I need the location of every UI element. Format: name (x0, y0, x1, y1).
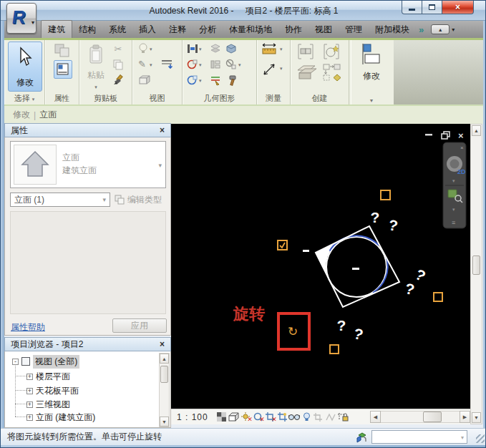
resize-grip[interactable] (476, 434, 485, 443)
sun-path-off-icon[interactable]: ✕ (240, 412, 252, 423)
visual-style-icon[interactable] (228, 412, 240, 423)
hide-analytical-model-icon[interactable] (325, 412, 337, 423)
tree-item-label[interactable]: 三维视图 (36, 399, 70, 411)
tab-architecture[interactable]: 建筑 (41, 20, 72, 39)
properties-help-link[interactable]: 属性帮助 (11, 321, 45, 333)
vertical-scrollbar[interactable]: ▲ ▼ (470, 124, 482, 424)
tree-scrollbar[interactable]: ▲ ▼ (159, 353, 170, 427)
navbar-menu-icon[interactable]: ≡ (452, 219, 455, 226)
minimize-button[interactable] (402, 1, 422, 14)
tab-systems[interactable]: 系统 (102, 21, 132, 39)
unjoin-icon[interactable] (225, 59, 237, 70)
scrollbar-thumb[interactable] (423, 412, 442, 422)
scroll-left-icon[interactable]: ◀ (370, 411, 381, 423)
view-restore-icon[interactable] (442, 132, 449, 139)
view-window-controls[interactable]: × (425, 130, 464, 141)
element-circle[interactable] (326, 237, 387, 297)
worksets-icon[interactable] (356, 431, 369, 444)
tree-expand-icon[interactable]: + (26, 414, 33, 421)
modify-tool-button[interactable]: 修改 (8, 42, 42, 92)
legend-component-icon[interactable] (296, 43, 315, 60)
marker-square[interactable] (330, 345, 339, 354)
default-3d-box-icon[interactable] (138, 74, 151, 86)
reveal-hidden-elements-icon[interactable] (301, 412, 313, 423)
scroll-down-icon[interactable]: ▼ (160, 417, 169, 427)
reveal-constraints-icon[interactable] (337, 412, 349, 423)
tab-analyze[interactable]: 分析 (193, 21, 223, 39)
aligned-dimension-icon[interactable] (261, 62, 277, 77)
measure-tape-icon[interactable] (261, 42, 277, 57)
marker-square[interactable] (434, 293, 442, 301)
chevron-down-icon[interactable]: ▼ (351, 98, 392, 103)
create-assembly-icon[interactable] (322, 63, 342, 82)
cut-icon[interactable]: ✂ (112, 43, 124, 54)
tree-root-label[interactable]: 视图 (全部) (33, 355, 79, 369)
tree-item-label[interactable]: 立面 (建筑立面) (36, 412, 95, 424)
tree-item-views-root[interactable]: - 视图 (全部) (12, 355, 79, 368)
tab-view[interactable]: 视图 (308, 21, 339, 39)
tree-collapse-icon[interactable]: - (12, 359, 19, 365)
edit-type-button[interactable]: 编辑类型 (114, 193, 167, 207)
project-browser-header[interactable]: 项目浏览器 - 项目2 × (4, 337, 171, 351)
apply-button[interactable]: 应用 (112, 318, 167, 333)
properties-header[interactable]: 属性 × (4, 123, 171, 137)
tree-item-3d-views[interactable]: + 三维视图 (26, 398, 70, 411)
tree-item-label[interactable]: 楼层平面 (36, 371, 70, 383)
wall-joins-icon[interactable] (210, 59, 221, 70)
tree-item-floor-plans[interactable]: + 楼层平面 (26, 370, 70, 383)
horizontal-scrollbar[interactable]: ◀ ▶ (370, 411, 470, 424)
rotated-element[interactable] (303, 226, 399, 307)
temporary-view-properties-icon[interactable] (313, 412, 325, 423)
modify-panel-icon[interactable] (362, 43, 381, 67)
cut-profile-icon[interactable] (187, 59, 198, 70)
navigation-bar[interactable]: × 2D ▾ ▾ ≡ (443, 142, 466, 228)
create-similar-icon[interactable] (296, 63, 318, 82)
tab-addins[interactable]: 附加模块 (369, 21, 416, 39)
close-button[interactable]: × (442, 1, 474, 14)
tree-expand-icon[interactable]: + (26, 388, 33, 394)
tree-item-label[interactable]: 天花板平面 (36, 385, 79, 397)
pencil-icon[interactable]: ✎ (138, 59, 146, 69)
tree-item-elevations[interactable]: + 立面 (建筑立面) (26, 411, 95, 424)
demolish-hammer-icon[interactable] (225, 74, 237, 86)
marker-square[interactable] (381, 190, 390, 200)
scroll-up-icon[interactable]: ▲ (160, 354, 169, 364)
tree-expand-icon[interactable]: + (26, 401, 33, 408)
crop-view-off-icon[interactable]: ✕ (264, 412, 276, 423)
paste-button[interactable]: 粘贴 ▾ (84, 42, 108, 92)
ribbon-collapse-dropdown-icon[interactable]: ▾ (452, 26, 455, 33)
rotate-cursor-icon[interactable]: ↻ (288, 325, 298, 339)
tab-overflow-icon[interactable]: » (419, 24, 424, 35)
match-type-brush-icon[interactable] (112, 74, 124, 86)
thin-lines-icon[interactable] (161, 59, 174, 70)
tab-massing-site[interactable]: 体量和场地 (223, 21, 278, 39)
tree-expand-icon[interactable]: + (26, 374, 33, 380)
tab-collaborate[interactable]: 协作 (278, 21, 308, 39)
beam-joins-icon[interactable] (210, 74, 221, 86)
application-menu-button[interactable]: R ▾ (6, 3, 37, 34)
view-scale[interactable]: 1 : 100 (177, 412, 208, 422)
close-icon[interactable]: × (160, 125, 165, 135)
tab-manage[interactable]: 管理 (339, 21, 369, 39)
view-close-icon[interactable]: × (458, 130, 464, 141)
scroll-down-icon[interactable]: ▼ (472, 412, 481, 423)
copy-icon[interactable] (112, 59, 124, 70)
tab-insert[interactable]: 插入 (132, 21, 162, 39)
chevron-down-icon[interactable]: ▾ (452, 178, 455, 183)
navbar-close-icon[interactable]: × (460, 145, 464, 151)
view-minimize-icon[interactable] (425, 134, 432, 136)
lightbulb-icon[interactable] (138, 43, 148, 54)
properties-button[interactable] (54, 60, 72, 79)
create-group-icon[interactable] (322, 43, 341, 60)
type-selector[interactable]: 立面 建筑立面 ▾ (10, 141, 166, 188)
show-crop-region-icon[interactable] (276, 412, 288, 423)
cope-cube-icon[interactable] (225, 43, 237, 54)
ribbon-collapse-button[interactable]: ▲ (431, 24, 449, 34)
panel-select-label[interactable]: 选择 ▾ (4, 93, 44, 104)
tab-annotate[interactable]: 注释 (162, 21, 193, 39)
scrollbar-thumb[interactable] (472, 255, 480, 275)
tree-item-ceiling-plans[interactable]: + 天花板平面 (26, 384, 79, 397)
drawing-area[interactable]: × × 2D ▾ ▾ ≡ (171, 124, 470, 409)
close-icon[interactable]: × (160, 339, 165, 349)
tab-structure[interactable]: 结构 (72, 21, 102, 39)
